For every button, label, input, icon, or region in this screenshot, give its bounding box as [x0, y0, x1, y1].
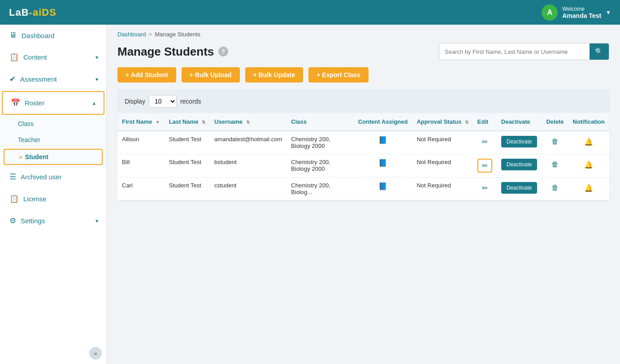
col-username-label: Username — [214, 118, 243, 125]
sidebar-item-content[interactable]: 📋 Content ▾ — [0, 46, 106, 68]
sort-icon[interactable]: ⇅ — [465, 120, 468, 125]
teacher-label: Teacher — [18, 136, 40, 143]
notification-button[interactable]: 🔔 — [582, 136, 595, 148]
cell-first-name: Carl — [117, 178, 165, 200]
chevron-up-icon: ▴ — [93, 100, 95, 106]
sidebar-item-assessment[interactable]: ✔ Assessment ▾ — [0, 68, 106, 90]
table-header-row: First Name ▼ Last Name ⇅ Username ⇅ Cl — [117, 113, 609, 131]
bulk-update-button[interactable]: + Bulk Update — [245, 67, 303, 82]
table-row: Allison Student Test amandatest@hotmail.… — [117, 131, 609, 154]
cell-edit: ✏ — [473, 131, 497, 154]
add-student-button[interactable]: + Add Student — [117, 67, 176, 82]
col-class-label: Class — [291, 118, 307, 125]
breadcrumb-home[interactable]: Dashboard — [117, 31, 146, 38]
sidebar-item-settings[interactable]: ⚙ Settings ▾ — [0, 210, 106, 232]
cell-edit: ✏ — [473, 154, 497, 178]
sidebar-item-label: Dashboard — [22, 32, 54, 39]
col-deactivate-label: Deactivate — [501, 118, 530, 125]
title-wrap: Manage Students ? — [117, 45, 228, 59]
sidebar-item-class[interactable]: Class — [0, 116, 106, 132]
page-header: Manage Students ? 🔍 — [107, 40, 620, 67]
cell-approval-status: Not Required — [412, 131, 473, 154]
cell-class: Chemistry 200, Biology 2000 — [286, 154, 353, 178]
cell-deactivate: Deactivate — [497, 178, 542, 200]
roster-submenu: Class Teacher Student — [0, 116, 106, 166]
export-class-button[interactable]: + Export Class — [308, 67, 369, 82]
table-row: Bill Student Test bstudent Chemistry 200… — [117, 154, 609, 178]
cell-deactivate: Deactivate — [497, 131, 542, 154]
sidebar-item-license[interactable]: 📋 License — [0, 188, 106, 210]
records-per-page-select[interactable]: 10 25 50 100 — [149, 95, 177, 108]
chevron-down-icon: ▾ — [95, 54, 98, 61]
user-info: Welcome Amanda Test — [562, 6, 601, 19]
col-first-name-label: First Name — [122, 118, 152, 125]
delete-button[interactable]: 🗑 — [550, 159, 560, 170]
col-content-assigned: Content Assigned — [354, 113, 412, 131]
notification-button[interactable]: 🔔 — [582, 159, 595, 171]
table-row: Carl Student Test cstudent Chemistry 200… — [117, 178, 609, 200]
deactivate-button[interactable]: Deactivate — [501, 182, 538, 194]
cell-approval-status: Not Required — [412, 178, 473, 200]
cell-notification: 🔔 — [568, 131, 610, 154]
cell-class: Chemistry 200, Biology 2000 — [286, 131, 353, 154]
cell-username: amandatest@hotmail.com — [210, 131, 286, 154]
license-icon: 📋 — [9, 194, 19, 204]
main-content: Dashboard > Manage Students Manage Stude… — [107, 25, 620, 364]
content-icon: 📋 — [9, 52, 19, 62]
chevron-down-icon: ▾ — [95, 218, 98, 224]
col-deactivate: Deactivate — [497, 113, 542, 131]
student-label: Student — [25, 153, 48, 160]
col-content-label: Content Assigned — [358, 118, 408, 125]
search-wrap: 🔍 — [439, 43, 609, 60]
cell-last-name: Student Test — [165, 178, 210, 200]
cell-content-assigned: 📘 — [354, 131, 412, 154]
col-edit: Edit — [473, 113, 497, 131]
search-input[interactable] — [439, 44, 590, 59]
sidebar: 🖥 Dashboard 📋 Content ▾ ✔ Assessment ▾ 📅… — [0, 25, 107, 364]
class-label: Class — [18, 120, 34, 127]
sidebar-item-archived-user[interactable]: ☰ Archived user — [0, 166, 106, 188]
sidebar-item-student[interactable]: Student — [4, 149, 103, 165]
deactivate-button[interactable]: Deactivate — [501, 136, 538, 147]
cell-notification: 🔔 — [568, 154, 610, 178]
help-icon[interactable]: ? — [218, 47, 228, 56]
sidebar-item-label: License — [23, 195, 47, 203]
sidebar-item-teacher[interactable]: Teacher — [0, 132, 106, 148]
bulk-upload-button[interactable]: + Bulk Upload — [182, 67, 240, 82]
dashboard-icon: 🖥 — [9, 31, 17, 40]
sidebar-item-label: Archived user — [21, 173, 62, 181]
archived-icon: ☰ — [9, 172, 16, 182]
table-controls: Display 10 25 50 100 records — [117, 90, 609, 113]
edit-button[interactable]: ✏ — [477, 159, 492, 173]
delete-button[interactable]: 🗑 — [550, 182, 560, 194]
col-notification: Notification — [568, 113, 610, 131]
students-table-area: Display 10 25 50 100 records First Name … — [117, 90, 609, 200]
cell-delete: 🗑 — [542, 178, 568, 200]
sidebar-item-dashboard[interactable]: 🖥 Dashboard — [0, 25, 106, 46]
cell-deactivate: Deactivate — [497, 154, 542, 178]
cell-delete: 🗑 — [542, 154, 568, 178]
breadcrumb-separator: > — [149, 31, 152, 38]
search-button[interactable]: 🔍 — [590, 43, 609, 60]
sidebar-item-roster[interactable]: 📅 Roster ▴ — [2, 91, 104, 115]
sidebar-item-label: Content — [23, 53, 47, 61]
sort-icon[interactable]: ⇅ — [202, 120, 205, 125]
sort-icon[interactable]: ▼ — [156, 120, 160, 125]
user-menu[interactable]: A Welcome Amanda Test ▼ — [542, 4, 611, 21]
chevron-down-icon: ▼ — [606, 9, 611, 16]
action-bar: + Add Student + Bulk Upload + Bulk Updat… — [107, 67, 620, 90]
app-layout: 🖥 Dashboard 📋 Content ▾ ✔ Assessment ▾ 📅… — [0, 25, 620, 364]
sidebar-collapse-button[interactable]: « — [89, 347, 102, 360]
sort-icon[interactable]: ⇅ — [246, 120, 250, 125]
col-edit-label: Edit — [477, 118, 489, 125]
delete-button[interactable]: 🗑 — [550, 136, 560, 147]
content-assigned-icon: 📘 — [378, 182, 387, 190]
chevron-down-icon: ▾ — [95, 76, 98, 82]
cell-last-name: Student Test — [165, 154, 210, 178]
deactivate-button[interactable]: Deactivate — [501, 159, 538, 170]
notification-button[interactable]: 🔔 — [582, 182, 595, 194]
breadcrumb-current: Manage Students — [155, 31, 200, 38]
col-last-name: Last Name ⇅ — [165, 113, 210, 131]
edit-button[interactable]: ✏ — [480, 182, 490, 194]
edit-button[interactable]: ✏ — [480, 136, 490, 148]
